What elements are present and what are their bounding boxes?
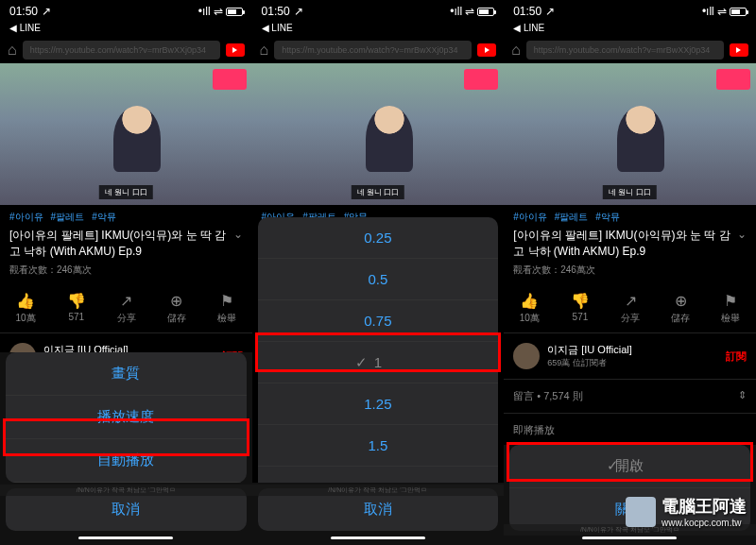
caption: 네 원니 口口	[603, 185, 656, 199]
home-icon[interactable]: ⌂	[8, 42, 17, 59]
battery-icon	[226, 8, 243, 16]
up-next-label: 即將播放	[504, 414, 756, 447]
settings-sheet: 畫質 播放速度 自動播放	[6, 352, 247, 483]
video-title[interactable]: [아이유의 팔레트] IKMU(아익뮤)와 눈 딱 감고 낙하 (With AK…	[0, 226, 252, 264]
watermark: 電腦王阿達 www.kocpc.com.tw	[626, 495, 747, 528]
home-icon[interactable]: ⌂	[260, 42, 269, 59]
save-button[interactable]: ⊕儲存	[671, 292, 690, 325]
hashtags[interactable]: #아이유#팔레트#악뮤	[504, 205, 756, 226]
speed-option[interactable]: 播放速度	[6, 396, 247, 439]
share-button[interactable]: ↗分享	[117, 292, 136, 325]
comments-header[interactable]: 留言 • 7,574 則⇕	[504, 380, 756, 414]
battery-icon	[477, 8, 494, 16]
autoplay-option[interactable]: 自動播放	[6, 439, 247, 483]
subscribe-button[interactable]: 訂閱	[726, 349, 747, 364]
chevron-down-icon[interactable]: ⌄	[737, 228, 747, 260]
status-bar: 01:50↗ •ıll⇌	[0, 0, 252, 23]
report-button[interactable]: ⚑檢舉	[217, 292, 236, 325]
speed-1-5[interactable]: 1.5	[258, 425, 499, 467]
channel-name[interactable]: 이지금 [IU Official]	[547, 343, 726, 357]
view-count: 觀看次數：246萬次	[0, 264, 252, 284]
video-title[interactable]: [아이유의 팔레트] IKMU(아익뮤)와 눈 딱 감고 낙하 (With AK…	[504, 226, 756, 264]
show-logo	[464, 69, 498, 90]
video-player[interactable]: 네 원니 口口	[0, 63, 252, 205]
subscriber-count: 659萬 位訂閱者	[547, 357, 726, 369]
back-to-app[interactable]: ◀ LINE	[252, 23, 505, 37]
hashtags[interactable]: #아이유#팔레트#악뮤	[0, 205, 252, 226]
video-player[interactable]: 네 원니 口口	[504, 63, 756, 205]
caption: 네 원니 口口	[99, 185, 152, 199]
home-indicator[interactable]	[78, 536, 173, 539]
share-button[interactable]: ↗分享	[621, 292, 640, 325]
back-to-app[interactable]: ◀ LINE	[504, 23, 756, 37]
status-bar: 01:50↗ •ıll⇌	[252, 0, 505, 23]
time: 01:50	[9, 5, 38, 18]
status-bar: 01:50↗ •ıll⇌	[504, 0, 756, 23]
watermark-icon	[626, 497, 656, 527]
expand-icon[interactable]: ⇕	[738, 389, 747, 403]
like-button[interactable]: 👍10萬	[520, 292, 540, 325]
caption: 네 원니 口口	[352, 185, 404, 199]
youtube-icon[interactable]	[477, 43, 496, 57]
save-button[interactable]: ⊕儲存	[167, 292, 186, 325]
youtube-icon[interactable]	[730, 43, 748, 57]
speed-1[interactable]: 1	[258, 342, 499, 383]
video-player[interactable]: 네 원니 口口	[252, 63, 505, 205]
back-to-app[interactable]: ◀ LINE	[0, 23, 252, 37]
home-indicator[interactable]	[331, 536, 425, 539]
chevron-down-icon[interactable]: ⌄	[233, 228, 243, 260]
url-bar[interactable]: https://m.youtube.com/watch?v=mrBwXXj0p3…	[23, 41, 220, 60]
url-bar[interactable]: https://m.youtube.com/watch?v=mrBwXXj0p3…	[274, 41, 472, 60]
autoplay-on[interactable]: 開啟	[509, 445, 750, 488]
battery-icon	[730, 8, 747, 16]
speed-0-75[interactable]: 0.75	[258, 300, 499, 342]
avatar[interactable]	[513, 343, 540, 369]
speed-0-25[interactable]: 0.25	[258, 217, 499, 259]
home-indicator[interactable]	[582, 536, 677, 539]
dislike-button[interactable]: 👎571	[67, 292, 86, 325]
home-icon[interactable]: ⌂	[511, 42, 521, 59]
report-button[interactable]: ⚑檢舉	[721, 292, 740, 325]
youtube-icon[interactable]	[226, 43, 245, 57]
speed-1-25[interactable]: 1.25	[258, 383, 499, 425]
speed-0-5[interactable]: 0.5	[258, 259, 499, 300]
quality-option[interactable]: 畫質	[6, 352, 247, 396]
show-logo	[213, 69, 247, 90]
like-button[interactable]: 👍10萬	[16, 292, 36, 325]
view-count: 觀看次數：246萬次	[504, 264, 756, 284]
url-bar[interactable]: https://m.youtube.com/watch?v=mrBwXXj0p3…	[526, 41, 724, 60]
show-logo	[716, 69, 750, 90]
dislike-button[interactable]: 👎571	[571, 292, 590, 325]
